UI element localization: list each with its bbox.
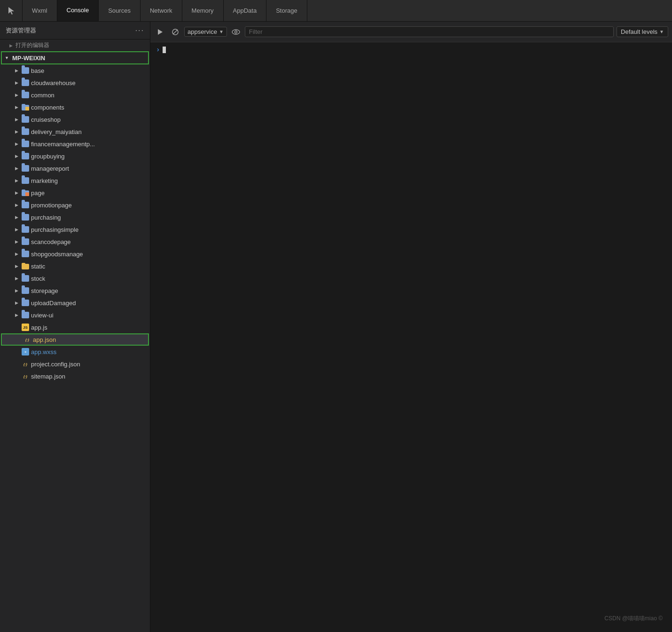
tab-network[interactable]: Network: [141, 0, 182, 21]
svg-point-4: [232, 30, 240, 34]
open-editors-arrow: ▶: [9, 43, 13, 48]
tree-item-sitemap[interactable]: {·} sitemap.json: [0, 370, 150, 382]
tree-item-static[interactable]: ▶ static: [0, 260, 150, 272]
tab-wxml[interactable]: Wxml: [23, 0, 57, 21]
console-filter-input[interactable]: [245, 26, 614, 37]
console-output[interactable]: ›: [150, 42, 672, 632]
svg-marker-0: [158, 29, 163, 35]
root-item-mp-weixin[interactable]: ▼ MP-WEIXIN: [1, 51, 149, 64]
folder-icon-static: [22, 263, 29, 269]
cursor-tool-btn[interactable]: [0, 0, 23, 21]
sidebar-more-btn[interactable]: ···: [135, 26, 144, 35]
root-label: MP-WEIXIN: [12, 55, 45, 62]
tree-item-managereport[interactable]: ▶ managereport: [0, 162, 150, 174]
tree-item-base[interactable]: ▶ base: [0, 64, 150, 77]
tree-label-shopgoodsmanage: shopgoodsmanage: [31, 251, 83, 258]
folder-icon-marketing: [22, 177, 29, 184]
tree-item-groupbuying[interactable]: ▶ groupbuying: [0, 150, 150, 162]
cursor-icon: [7, 6, 16, 16]
tree-item-page[interactable]: ▶ page: [0, 187, 150, 199]
tree-label-marketing: marketing: [31, 177, 58, 184]
tree-item-app-json[interactable]: {·} app.json: [1, 333, 149, 346]
sidebar-header: 资源管理器 ···: [0, 22, 150, 40]
console-service-select[interactable]: appservice ▼: [184, 27, 227, 37]
file-icon-sitemap: {·}: [22, 372, 29, 380]
tree-arrow-common: ▶: [13, 92, 20, 98]
tree-label-base: base: [31, 67, 44, 74]
cursor-blink: [163, 47, 166, 53]
folder-icon-cloudwarehouse: [22, 79, 29, 86]
tree-arrow-purchasingsimple: ▶: [13, 226, 20, 233]
console-eye-btn[interactable]: [230, 26, 242, 38]
tab-memory[interactable]: Memory: [182, 0, 224, 21]
file-icon-app-json: {·}: [23, 336, 31, 343]
tab-memory-label: Memory: [192, 7, 214, 14]
tab-sources-label: Sources: [108, 7, 131, 14]
tree-item-marketing[interactable]: ▶ marketing: [0, 174, 150, 187]
tree-label-stock: stock: [31, 275, 45, 282]
tree-arrow-storepage: ▶: [13, 287, 20, 294]
file-icon-project-config: {·}: [22, 360, 29, 368]
tab-appdata[interactable]: AppData: [224, 0, 267, 21]
tree-label-project-config: project.config.json: [31, 361, 80, 368]
tree-arrow-shopgoodsmanage: ▶: [13, 251, 20, 257]
tree-item-project-config[interactable]: {·} project.config.json: [0, 358, 150, 370]
levels-arrow-icon: ▼: [659, 29, 664, 34]
tree-item-app-wxss[interactable]: ≡ app.wxss: [0, 346, 150, 358]
folder-icon-purchasingsimple: [22, 226, 29, 233]
tree-item-purchasingsimple[interactable]: ▶ purchasingsimple: [0, 223, 150, 236]
tree-arrow-uploadDamaged: ▶: [13, 300, 20, 306]
tree-item-stock[interactable]: ▶ stock: [0, 272, 150, 284]
console-play-btn[interactable]: [154, 26, 166, 38]
tree-arrow-stock: ▶: [13, 275, 20, 282]
tree-item-cruiseshop[interactable]: ▶ cruiseshop: [0, 113, 150, 126]
play-icon: [156, 28, 164, 36]
top-tabs: Wxml Console Sources Network Memory AppD…: [23, 0, 307, 21]
tab-console[interactable]: Console: [57, 0, 99, 21]
tree-item-purchasing[interactable]: ▶ purchasing: [0, 211, 150, 223]
tree-arrow-purchasing: ▶: [13, 214, 20, 221]
tree-label-purchasingsimple: purchasingsimple: [31, 226, 78, 233]
folder-icon-base: [22, 67, 29, 74]
folder-icon-delivery: [22, 128, 29, 135]
tree-label-app-wxss: app.wxss: [31, 348, 56, 356]
tree-item-common[interactable]: ▶ common: [0, 89, 150, 101]
tab-network-label: Network: [150, 7, 172, 14]
tree-item-storepage[interactable]: ▶ storepage: [0, 284, 150, 297]
sidebar-title: 资源管理器: [6, 26, 36, 35]
tree-item-scancodepage[interactable]: ▶ scancodepage: [0, 236, 150, 248]
tree-item-cloudwarehouse[interactable]: ▶ cloudwarehouse: [0, 77, 150, 89]
tree-item-finance[interactable]: ▶ financemanagementp...: [0, 138, 150, 150]
open-editors-label: 打开的编辑器: [16, 41, 49, 49]
tree-item-delivery[interactable]: ▶ delivery_maiyatian: [0, 126, 150, 138]
tree-item-shopgoodsmanage[interactable]: ▶ shopgoodsmanage: [0, 248, 150, 260]
tab-storage[interactable]: Storage: [266, 0, 307, 21]
console-prompt-line: ›: [156, 46, 666, 54]
console-levels-btn[interactable]: Default levels ▼: [617, 26, 668, 37]
tree-label-sitemap: sitemap.json: [31, 373, 65, 380]
folder-icon-page: [22, 190, 29, 196]
folder-icon-finance: [22, 141, 29, 147]
folder-icon-cruiseshop: [22, 116, 29, 123]
tree-item-uview-ui[interactable]: ▶ uview-ui: [0, 309, 150, 321]
tree-label-app-js: app.js: [31, 324, 47, 331]
tree-item-uploadDamaged[interactable]: ▶ uploadDamaged: [0, 297, 150, 309]
tree-label-delivery: delivery_maiyatian: [31, 128, 82, 135]
tree-item-app-js[interactable]: JS app.js: [0, 321, 150, 333]
tree-arrow-components: ▶: [13, 104, 20, 111]
console-stop-btn[interactable]: [169, 26, 181, 38]
tree-item-promotionpage[interactable]: ▶ promotionpage: [0, 199, 150, 211]
tree-item-components[interactable]: ▶ components: [0, 101, 150, 113]
tree-arrow-cloudwarehouse: ▶: [13, 79, 20, 86]
tree-label-components: components: [31, 104, 64, 111]
tab-sources[interactable]: Sources: [99, 0, 141, 21]
tree-label-app-json: app.json: [33, 336, 56, 343]
sidebar: 资源管理器 ··· ▶ 打开的编辑器 ▼ MP-WEIXIN ▶ base ▶: [0, 22, 150, 632]
tree-label-finance: financemanagementp...: [31, 141, 95, 148]
tree-arrow-delivery: ▶: [13, 128, 20, 135]
svg-point-5: [234, 31, 237, 33]
tab-appdata-label: AppData: [233, 7, 257, 14]
file-icon-app-js: JS: [22, 324, 29, 331]
sidebar-open-editors[interactable]: ▶ 打开的编辑器: [0, 40, 150, 51]
console-levels-label: Default levels: [621, 28, 657, 35]
